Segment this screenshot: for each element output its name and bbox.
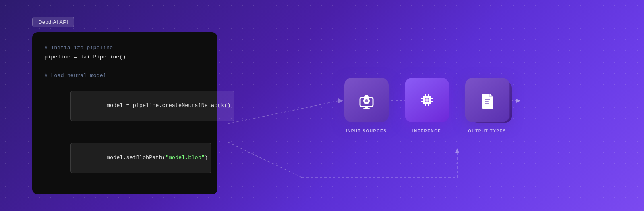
svg-rect-24 xyxy=(428,104,429,106)
svg-rect-20 xyxy=(431,101,433,102)
stage-output: OUTPUT TYPES xyxy=(465,78,509,133)
code-line-2: pipeline = dai.Pipeline() xyxy=(44,53,205,62)
svg-rect-14 xyxy=(363,108,370,109)
svg-rect-23 xyxy=(425,104,426,106)
code-text-2a: model.setBlobPath( xyxy=(107,155,166,161)
inference-label: INFERENCE xyxy=(412,129,441,133)
svg-rect-28 xyxy=(485,101,489,102)
svg-line-2 xyxy=(228,142,302,178)
output-stack xyxy=(465,78,509,122)
input-label: INPUT SOURCES xyxy=(346,129,387,133)
code-text-2c: ) xyxy=(205,155,208,161)
code-text-1: model = pipeline.createNeuralNetwork() xyxy=(107,102,231,109)
code-highlight-1: model = pipeline.createNeuralNetwork() xyxy=(70,91,234,121)
svg-rect-26 xyxy=(425,99,429,101)
pipeline-diagram: INPUT SOURCES xyxy=(217,78,612,133)
scene: DepthAI API # Initialize pipeline pipeli… xyxy=(0,0,644,211)
svg-rect-22 xyxy=(428,94,429,96)
svg-rect-13 xyxy=(365,107,368,108)
code-text-2b: "model.blob" xyxy=(166,155,205,161)
output-label: OUTPUT TYPES xyxy=(468,129,506,133)
code-block: # Initialize pipeline pipeline = dai.Pip… xyxy=(32,32,217,194)
code-line-4: # Load neural model xyxy=(44,71,205,81)
output-icon-box xyxy=(465,78,509,122)
code-line-3 xyxy=(44,62,205,71)
svg-rect-18 xyxy=(421,101,423,102)
document-icon xyxy=(478,90,497,110)
code-line-1: # Initialize pipeline xyxy=(44,44,205,53)
svg-rect-21 xyxy=(425,94,426,96)
stage-input: INPUT SOURCES xyxy=(344,78,389,133)
svg-marker-5 xyxy=(455,148,460,153)
camera-icon xyxy=(357,90,376,110)
svg-rect-27 xyxy=(485,99,490,100)
svg-rect-17 xyxy=(421,98,423,99)
svg-rect-29 xyxy=(485,103,489,104)
chip-icon xyxy=(417,90,437,110)
svg-point-11 xyxy=(365,99,368,102)
code-highlight-2: model.setBlobPath("model.blob") xyxy=(70,143,211,173)
code-container: DepthAI API # Initialize pipeline pipeli… xyxy=(32,17,217,194)
stage-inference: INFERENCE xyxy=(405,78,449,133)
depthai-badge: DepthAI API xyxy=(32,17,74,27)
svg-rect-19 xyxy=(431,98,433,99)
code-line-6: model.setBlobPath("model.blob") xyxy=(44,133,205,183)
input-icon-box xyxy=(344,78,389,122)
code-line-5: model = pipeline.createNeuralNetwork() xyxy=(44,81,205,131)
inference-icon-box xyxy=(405,78,449,122)
